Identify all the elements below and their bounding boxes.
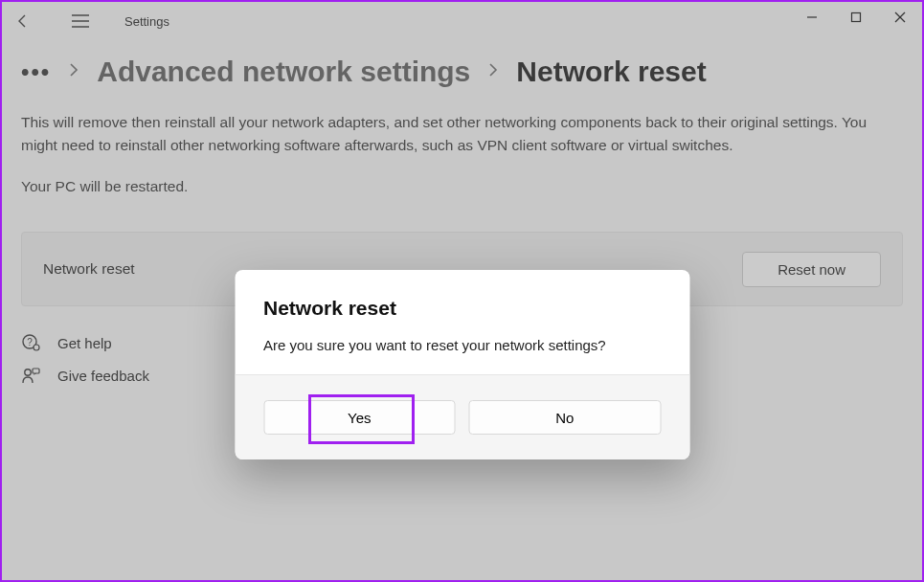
dialog-message: Are you sure you want to reset your netw… <box>263 337 661 353</box>
dialog-title: Network reset <box>263 297 661 320</box>
network-reset-dialog: Network reset Are you sure you want to r… <box>235 270 689 459</box>
no-button[interactable]: No <box>469 400 662 435</box>
yes-button[interactable]: Yes <box>263 400 456 435</box>
